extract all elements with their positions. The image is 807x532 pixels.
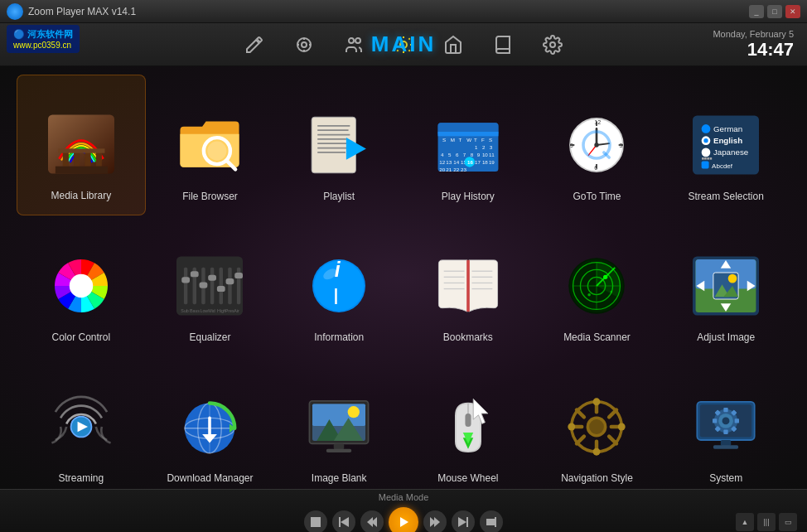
svg-rect-8 <box>74 152 80 167</box>
svg-line-175 <box>610 437 617 444</box>
download-manager-label: Download Manager <box>167 472 253 486</box>
main-grid: Media Library File Browser <box>0 66 807 489</box>
svg-point-3 <box>355 38 360 43</box>
svg-point-76 <box>702 125 711 134</box>
image-blank-icon <box>302 389 376 464</box>
svg-marker-201 <box>367 517 373 527</box>
grid-item-media-library[interactable]: Media Library <box>17 75 146 215</box>
maximize-button[interactable]: □ <box>767 5 782 18</box>
end-button[interactable] <box>480 510 503 532</box>
logo-icon <box>7 3 23 20</box>
svg-rect-12 <box>56 167 108 174</box>
grid-item-download-manager[interactable]: Download Manager <box>146 356 275 497</box>
grid-item-system[interactable]: System <box>661 356 790 497</box>
grid-item-navigation-style[interactable]: Navigation Style <box>533 356 662 497</box>
minimize-button[interactable]: _ <box>749 5 764 18</box>
grid-item-media-scanner[interactable]: Media Scanner <box>533 215 662 356</box>
svg-text:10: 10 <box>482 152 488 158</box>
svg-marker-205 <box>458 517 466 527</box>
streaming-icon <box>44 389 118 464</box>
svg-rect-93 <box>229 268 232 304</box>
svg-rect-7 <box>63 152 69 167</box>
svg-rect-188 <box>723 430 727 434</box>
svg-point-86 <box>70 274 93 297</box>
svg-text:|: | <box>334 286 338 304</box>
right-controls: ▲ ||| ▭ <box>736 513 797 531</box>
grid-item-file-browser[interactable]: File Browser <box>146 75 275 215</box>
grid-item-play-history[interactable]: S M T W T F S 1 2 3 4 5 6 7 8 9 10 11 12 <box>404 75 533 215</box>
grid-item-goto-time[interactable]: 12 3 6 9 GoTo Time <box>533 75 662 215</box>
stop-button[interactable] <box>304 510 327 532</box>
svg-point-179 <box>593 448 601 456</box>
close-button[interactable]: ✕ <box>785 5 800 18</box>
svg-rect-10 <box>96 152 102 167</box>
svg-text:1: 1 <box>475 145 478 151</box>
grid-item-streaming[interactable]: Streaming <box>17 356 146 497</box>
svg-text:Mid: Mid <box>209 308 216 313</box>
previous-button[interactable] <box>332 510 355 532</box>
book-icon[interactable] <box>488 30 518 60</box>
svg-text:12: 12 <box>439 160 445 166</box>
svg-text:21: 21 <box>446 167 452 172</box>
play-pause-button[interactable] <box>389 507 418 532</box>
pen-tool-icon[interactable] <box>239 30 269 60</box>
download-manager-icon <box>172 389 247 464</box>
file-browser-label: File Browser <box>182 191 238 204</box>
svg-point-79 <box>703 138 708 143</box>
svg-line-177 <box>577 437 584 444</box>
color-control-label: Color Control <box>51 331 110 345</box>
svg-rect-187 <box>723 408 727 412</box>
audio-settings-icon[interactable] <box>289 30 319 60</box>
bookmarks-label: Bookmarks <box>443 331 493 345</box>
adjust-image-label: Adjust Image <box>697 331 755 345</box>
volume-button[interactable]: ||| <box>757 513 776 531</box>
information-icon: i | <box>302 249 376 323</box>
aspect-ratio-button[interactable]: ▭ <box>779 513 797 531</box>
stream-selection-label: Stream Selection <box>688 191 763 204</box>
svg-text:9: 9 <box>476 152 480 158</box>
media-library-icon <box>44 107 118 181</box>
svg-text:3: 3 <box>490 145 493 151</box>
window-controls: _ □ ✕ <box>749 5 800 18</box>
gear-icon[interactable] <box>538 30 568 60</box>
svg-text:Sub: Sub <box>181 308 190 313</box>
svg-rect-199 <box>339 517 341 527</box>
adjust-image-icon <box>689 249 763 323</box>
goto-time-label: GoTo Time <box>573 191 621 204</box>
svg-text:8: 8 <box>470 152 473 158</box>
svg-point-14 <box>208 142 227 161</box>
grid-item-equalizer[interactable]: Sub Bass Low Mid High Pres Air Equalizer <box>146 215 275 356</box>
svg-rect-161 <box>326 449 351 452</box>
grid-item-playlist[interactable]: Playlist <box>274 75 404 215</box>
next-button[interactable] <box>452 510 475 532</box>
svg-rect-11 <box>58 149 104 153</box>
toolbar: MAIN Monday, February 5 14:47 <box>0 23 807 66</box>
playlist-toggle-button[interactable]: ▲ <box>736 513 754 531</box>
svg-text:English: English <box>713 137 742 146</box>
app-title: Zoom Player MAX v14.1 <box>28 6 136 17</box>
grid-item-image-blank[interactable]: Image Blank <box>274 356 404 497</box>
skip-forward-button[interactable] <box>423 510 447 532</box>
svg-rect-163 <box>465 414 471 427</box>
grid-item-bookmarks[interactable]: Bookmarks <box>404 215 533 356</box>
svg-point-130 <box>603 275 607 279</box>
svg-rect-197 <box>311 517 321 527</box>
svg-point-2 <box>349 38 354 43</box>
watermark-logo: 🔵 河东软件网 <box>13 28 73 41</box>
grid-item-information[interactable]: i | Information <box>274 215 404 356</box>
svg-text:S: S <box>489 138 492 143</box>
grid-item-stream-selection[interactable]: German English Japanese Abcdef ■■■■ Stre… <box>661 75 790 215</box>
media-library-label: Media Library <box>51 190 111 203</box>
users-icon[interactable] <box>339 30 369 60</box>
svg-text:23: 23 <box>461 167 466 172</box>
svg-point-159 <box>348 407 360 418</box>
svg-rect-98 <box>209 275 217 281</box>
svg-marker-198 <box>341 517 349 527</box>
svg-rect-160 <box>334 444 344 450</box>
grid-item-color-control[interactable]: Color Control <box>17 215 146 356</box>
grid-item-adjust-image[interactable]: Adjust Image <box>661 215 790 356</box>
grid-item-mouse-wheel[interactable]: Mouse Wheel <box>404 356 533 497</box>
skip-back-button[interactable] <box>360 510 384 532</box>
home-icon[interactable] <box>438 30 468 60</box>
svg-point-5 <box>550 42 555 47</box>
